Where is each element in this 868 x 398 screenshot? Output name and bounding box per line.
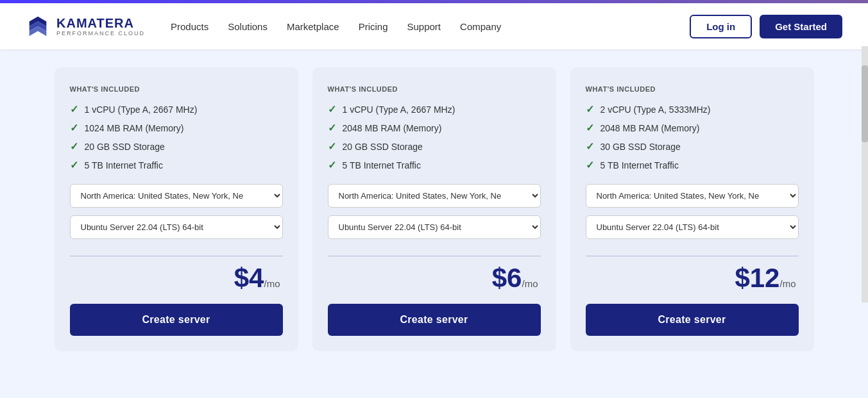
check-icon: ✓ bbox=[70, 122, 78, 134]
feature-text: 5 TB Internet Traffic bbox=[343, 160, 421, 170]
feature-item: ✓ 20 GB SSD Storage bbox=[328, 140, 541, 153]
price-amount-1: $4 bbox=[234, 263, 264, 293]
feature-item: ✓ 2048 MB RAM (Memory) bbox=[328, 122, 541, 134]
os-select-2[interactable]: Ubuntu Server 22.04 (LTS) 64-bit bbox=[328, 215, 541, 239]
price-amount-3: $12 bbox=[735, 263, 779, 293]
scroll-thumb bbox=[862, 65, 868, 142]
feature-text: 5 TB Internet Traffic bbox=[85, 160, 163, 170]
price-mo-3: /mo bbox=[779, 278, 796, 289]
logo-name: KAMATERA bbox=[56, 16, 145, 30]
nav-marketplace[interactable]: Marketplace bbox=[287, 21, 339, 32]
feature-item: ✓ 1024 MB RAM (Memory) bbox=[70, 122, 283, 134]
location-select-3[interactable]: North America: United States, New York, … bbox=[586, 184, 799, 208]
nav-solutions[interactable]: Solutions bbox=[228, 21, 268, 32]
feature-item: ✓ 5 TB Internet Traffic bbox=[328, 159, 541, 171]
feature-text: 2048 MB RAM (Memory) bbox=[600, 123, 700, 133]
price-mo-1: /mo bbox=[264, 278, 280, 289]
check-icon: ✓ bbox=[586, 140, 594, 153]
price-area-2: $6/mo bbox=[328, 263, 541, 294]
features-list-3: ✓ 2 vCPU (Type A, 5333MHz) ✓ 2048 MB RAM… bbox=[586, 103, 799, 171]
price-mo-2: /mo bbox=[522, 278, 538, 289]
feature-text: 1024 MB RAM (Memory) bbox=[85, 123, 184, 133]
logo-link[interactable]: KAMATERA PERFORMANCE CLOUD bbox=[26, 14, 145, 38]
os-select-1[interactable]: Ubuntu Server 22.04 (LTS) 64-bit bbox=[70, 215, 283, 239]
check-icon: ✓ bbox=[70, 159, 78, 171]
nav-products[interactable]: Products bbox=[171, 21, 208, 32]
logo-sub: PERFORMANCE CLOUD bbox=[56, 30, 145, 37]
pricing-card-2: WHAT'S INCLUDED ✓ 1 vCPU (Type A, 2667 M… bbox=[312, 67, 556, 351]
what-included-label-3: WHAT'S INCLUDED bbox=[586, 85, 799, 93]
location-select-2[interactable]: North America: United States, New York, … bbox=[328, 184, 541, 208]
create-server-button-3[interactable]: Create server bbox=[586, 304, 799, 336]
what-included-label-2: WHAT'S INCLUDED bbox=[328, 85, 541, 93]
feature-item: ✓ 1 vCPU (Type A, 2667 MHz) bbox=[328, 103, 541, 115]
check-icon: ✓ bbox=[70, 103, 78, 115]
feature-text: 2 vCPU (Type A, 5333MHz) bbox=[600, 104, 711, 115]
price-area-3: $12/mo bbox=[586, 263, 799, 294]
nav-links: Products Solutions Marketplace Pricing S… bbox=[171, 21, 690, 32]
check-icon: ✓ bbox=[328, 159, 336, 171]
feature-item: ✓ 2 vCPU (Type A, 5333MHz) bbox=[586, 103, 799, 115]
pricing-card-1: WHAT'S INCLUDED ✓ 1 vCPU (Type A, 2667 M… bbox=[55, 67, 298, 351]
check-icon: ✓ bbox=[586, 103, 594, 115]
feature-text: 30 GB SSD Storage bbox=[600, 142, 681, 152]
divider-3 bbox=[586, 256, 799, 256]
feature-text: 20 GB SSD Storage bbox=[85, 142, 165, 152]
location-select-1[interactable]: North America: United States, New York, … bbox=[70, 184, 283, 208]
what-included-label-1: WHAT'S INCLUDED bbox=[70, 85, 283, 93]
feature-item: ✓ 30 GB SSD Storage bbox=[586, 140, 799, 153]
pricing-card-3: WHAT'S INCLUDED ✓ 2 vCPU (Type A, 5333MH… bbox=[570, 67, 814, 351]
nav-support[interactable]: Support bbox=[407, 21, 441, 32]
price-amount-2: $6 bbox=[492, 263, 522, 293]
nav-pricing[interactable]: Pricing bbox=[359, 21, 388, 32]
create-server-button-2[interactable]: Create server bbox=[328, 304, 541, 336]
feature-item: ✓ 5 TB Internet Traffic bbox=[586, 159, 799, 171]
logo-text: KAMATERA PERFORMANCE CLOUD bbox=[56, 16, 145, 37]
check-icon: ✓ bbox=[328, 140, 336, 153]
get-started-button[interactable]: Get Started bbox=[760, 15, 842, 38]
pricing-section: WHAT'S INCLUDED ✓ 1 vCPU (Type A, 2667 M… bbox=[0, 49, 868, 377]
check-icon: ✓ bbox=[586, 159, 594, 171]
os-select-3[interactable]: Ubuntu Server 22.04 (LTS) 64-bit bbox=[586, 215, 799, 239]
check-icon: ✓ bbox=[328, 122, 336, 134]
divider-2 bbox=[328, 256, 541, 256]
feature-item: ✓ 20 GB SSD Storage bbox=[70, 140, 283, 153]
features-list-2: ✓ 1 vCPU (Type A, 2667 MHz) ✓ 2048 MB RA… bbox=[328, 103, 541, 171]
create-server-button-1[interactable]: Create server bbox=[70, 304, 283, 336]
nav-actions: Log in Get Started bbox=[690, 15, 842, 38]
feature-text: 2048 MB RAM (Memory) bbox=[343, 123, 442, 133]
feature-item: ✓ 2048 MB RAM (Memory) bbox=[586, 122, 799, 134]
feature-text: 20 GB SSD Storage bbox=[343, 142, 423, 152]
scrollbar[interactable] bbox=[862, 46, 868, 303]
login-button[interactable]: Log in bbox=[690, 15, 752, 38]
check-icon: ✓ bbox=[328, 103, 336, 115]
navbar: KAMATERA PERFORMANCE CLOUD Products Solu… bbox=[0, 3, 868, 49]
feature-text: 1 vCPU (Type A, 2667 MHz) bbox=[343, 104, 455, 115]
check-icon: ✓ bbox=[70, 140, 78, 153]
feature-text: 5 TB Internet Traffic bbox=[600, 160, 679, 170]
check-icon: ✓ bbox=[586, 122, 594, 134]
feature-text: 1 vCPU (Type A, 2667 MHz) bbox=[85, 104, 198, 115]
feature-item: ✓ 1 vCPU (Type A, 2667 MHz) bbox=[70, 103, 283, 115]
logo-icon bbox=[26, 14, 50, 38]
price-area-1: $4/mo bbox=[70, 263, 283, 294]
feature-item: ✓ 5 TB Internet Traffic bbox=[70, 159, 283, 171]
divider-1 bbox=[70, 256, 283, 256]
features-list-1: ✓ 1 vCPU (Type A, 2667 MHz) ✓ 1024 MB RA… bbox=[70, 103, 283, 171]
nav-company[interactable]: Company bbox=[460, 21, 501, 32]
